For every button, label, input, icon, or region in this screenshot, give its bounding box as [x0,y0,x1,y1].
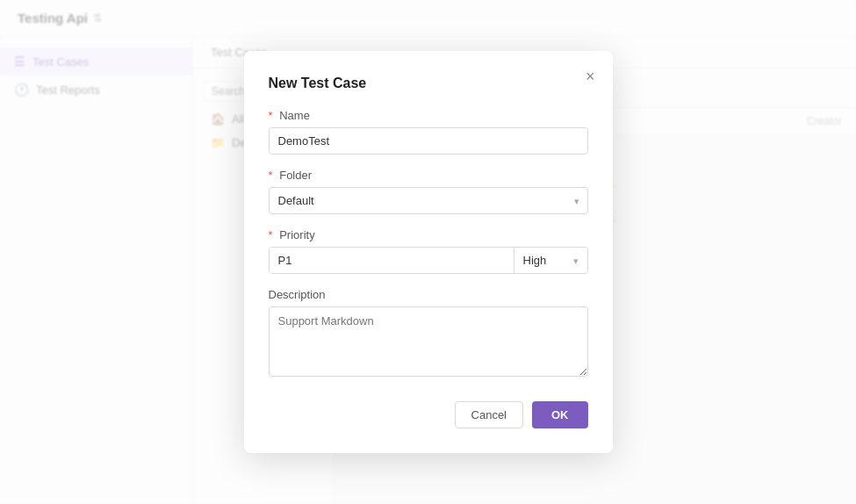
folder-label: * Folder [269,169,588,182]
name-field-group: * Name [269,109,588,155]
priority-row: High Medium Low ▾ [269,247,588,274]
folder-select-wrapper: Default All Cases ▾ [269,187,588,214]
description-field-group: Description [269,288,588,380]
priority-p1-input[interactable] [270,248,514,273]
description-label: Description [269,288,588,301]
priority-label: * Priority [269,228,588,241]
priority-select-wrapper: High Medium Low ▾ [514,248,587,273]
priority-required: * [269,228,273,241]
modal-close-button[interactable]: × [586,68,595,84]
cancel-button[interactable]: Cancel [455,401,523,428]
modal-title: New Test Case [269,76,588,91]
priority-level-select[interactable]: High Medium Low [514,248,584,273]
priority-field-group: * Priority High Medium Low ▾ [269,228,588,274]
description-textarea[interactable] [269,306,588,377]
folder-field-group: * Folder Default All Cases ▾ [269,169,588,214]
folder-required: * [269,169,273,182]
modal-footer: Cancel OK [269,401,588,428]
new-test-case-modal: New Test Case × * Name * Folder Default … [244,51,613,453]
modal-overlay: New Test Case × * Name * Folder Default … [0,0,856,504]
ok-button[interactable]: OK [532,401,588,428]
folder-select[interactable]: Default All Cases [269,187,588,214]
name-required: * [269,109,273,122]
name-label: * Name [269,109,588,122]
name-input[interactable] [269,127,588,155]
